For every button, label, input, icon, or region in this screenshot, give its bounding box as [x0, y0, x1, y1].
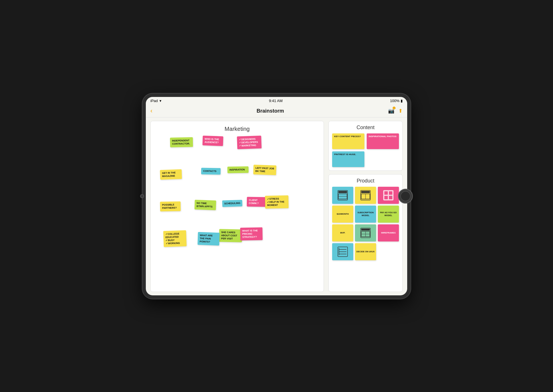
status-right: 100% ▮: [390, 99, 403, 103]
sticky-m6: Inspiration: [227, 166, 248, 173]
share-button[interactable]: ⬆: [398, 108, 403, 114]
main-content: Marketing Independent Contractor. Who is…: [146, 117, 407, 295]
content-board: Content Key Content Pieces? Inspirationa…: [328, 121, 403, 171]
status-bar: iPad ▾ 9:41 AM 100% ▮: [146, 97, 407, 105]
svg-rect-5: [361, 191, 370, 193]
sticky-p9: Wireframes: [378, 224, 399, 241]
wifi-icon: ▾: [160, 99, 162, 103]
sticky-m14: ✓college educated✓busy✓working: [163, 230, 187, 247]
ipad-screen: iPad ▾ 9:41 AM 100% ▮ ‹ Brainstorm 📷 1 ⬆: [146, 97, 407, 295]
sticky-p1: [332, 187, 353, 204]
battery-icon: ▮: [401, 99, 403, 103]
sticky-p8: [355, 224, 376, 241]
sticky-m16: What is the Pricing Strategy?: [240, 228, 263, 241]
ipad-frame: › iPad ▾ 9:41 AM 100% ▮ ‹ Brainstorm 📷 1: [142, 94, 411, 299]
status-left: iPad ▾: [150, 99, 162, 103]
sticky-m5: Contacts: [201, 168, 221, 175]
camera-badge: 1: [393, 107, 395, 109]
sticky-p4: $10/Month: [332, 206, 353, 223]
sticky-m7: Left past job bk time: [253, 164, 276, 175]
nav-actions: 📷 1 ⬆: [388, 108, 403, 114]
content-notes-grid: Key Content Pieces? Inspirational Photos…: [332, 133, 399, 167]
product-board: Product: [328, 174, 403, 292]
sticky-p5: Subscription Model: [355, 206, 376, 223]
device-label: iPad: [150, 99, 158, 103]
sticky-c1: Key Content Pieces?: [332, 133, 364, 149]
sticky-m13: She Cares About Cost Per Visit: [219, 229, 242, 242]
content-title: Content: [332, 125, 399, 131]
nav-bar: ‹ Brainstorm 📷 1 ⬆: [146, 105, 407, 117]
marketing-title: Marketing: [155, 126, 319, 132]
battery-label: 100%: [390, 99, 399, 103]
status-time: 9:41 AM: [269, 99, 283, 103]
sticky-p2: [355, 187, 376, 204]
sticky-c2: Inspirational Photos: [367, 133, 399, 149]
marketing-board: Marketing Independent Contractor. Who is…: [150, 121, 324, 292]
sticky-p6: Pay as You Go Model: [378, 206, 399, 223]
sticky-m10: Scheduling: [222, 200, 243, 207]
sticky-p7: MVP.: [332, 224, 353, 241]
camera-left: [140, 194, 144, 198]
svg-rect-11: [384, 196, 388, 200]
side-arrow: ›: [391, 193, 392, 199]
sticky-p3: [378, 187, 399, 204]
sticky-m3: ✓designers✓developers✓marketing: [237, 135, 262, 149]
product-title: Product: [332, 178, 399, 184]
right-panel: Content Key Content Pieces? Inspirationa…: [328, 121, 403, 292]
sticky-m4: Get in the Magazine: [160, 169, 182, 180]
sticky-m2: Who is the Audience?: [203, 136, 223, 146]
camera-button[interactable]: 📷 1: [388, 108, 394, 114]
home-button[interactable]: [398, 189, 413, 204]
svg-rect-9: [384, 191, 388, 195]
sticky-m9: No time btwn Appts: [194, 200, 216, 210]
sticky-m11: Client Comm.?: [247, 197, 268, 207]
sticky-m1: Independent Contractor.: [170, 137, 193, 147]
sticky-p10: [332, 243, 353, 260]
sticky-m12: ✓stress✓help in the moment: [265, 195, 288, 209]
nav-title: Brainstorm: [257, 108, 284, 114]
sticky-p11: Decide on UI/UX: [355, 243, 376, 260]
sticky-m15: What are the Pain Points?: [197, 232, 220, 245]
svg-rect-14: [361, 229, 370, 231]
sticky-c3: Pintrest is Huge.: [332, 151, 364, 167]
sticky-m8: Possible Partners?: [160, 202, 181, 212]
back-button[interactable]: ‹: [150, 107, 152, 115]
marketing-notes-area: Independent Contractor. Who is the Audie…: [155, 135, 319, 287]
product-notes-grid: $10/Month Subscription Model Pay as You …: [332, 187, 399, 260]
svg-rect-1: [338, 191, 347, 193]
